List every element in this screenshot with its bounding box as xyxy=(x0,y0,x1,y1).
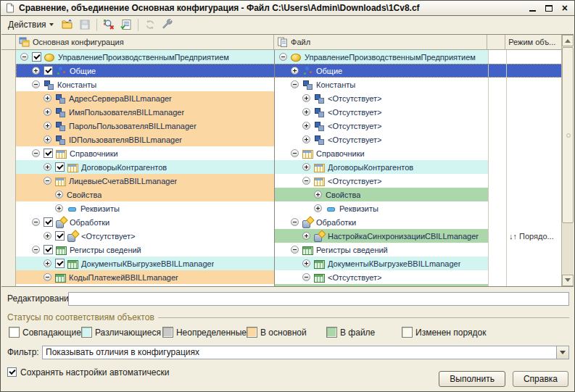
tree-row[interactable]: ИмяПользователяBILLmanager<Отсутствует> xyxy=(1,105,561,119)
filter-combobox[interactable]: Показывать отличия в конфигурациях xyxy=(42,346,569,359)
save-button[interactable] xyxy=(77,17,93,33)
header-left-label: Основная конфигурация xyxy=(33,38,124,46)
expand-plus-icon[interactable] xyxy=(302,122,310,130)
expand-plus-icon[interactable] xyxy=(302,259,310,267)
expand-plus-icon[interactable] xyxy=(314,191,322,199)
merge-checkbox[interactable] xyxy=(55,162,65,172)
expand-plus-icon[interactable] xyxy=(55,204,63,212)
constant-icon xyxy=(314,135,325,145)
merge-mode-cell xyxy=(507,243,563,257)
expand-minus-icon[interactable] xyxy=(291,218,299,226)
close-button[interactable]: × xyxy=(562,5,568,12)
expand-plus-icon[interactable] xyxy=(44,259,51,267)
minimize-button[interactable] xyxy=(529,5,536,12)
expand-plus-icon[interactable] xyxy=(302,108,310,116)
row-margin-cell xyxy=(1,160,16,174)
tree-row[interactable]: ОбщиеОбщие xyxy=(1,64,561,78)
expand-minus-icon[interactable] xyxy=(20,53,28,61)
expand-plus-icon[interactable] xyxy=(291,67,299,75)
header-merge-mode[interactable]: Режим объ... xyxy=(505,35,561,50)
expand-minus-icon[interactable] xyxy=(32,218,40,226)
expand-minus-icon[interactable] xyxy=(302,273,310,281)
actions-menu-label: Действия xyxy=(8,20,46,30)
maximize-button[interactable] xyxy=(545,5,553,12)
tree-row[interactable]: ОбработкиОбработки xyxy=(1,215,561,229)
open-file-button[interactable] xyxy=(59,17,75,33)
help-button[interactable]: Справка xyxy=(513,371,568,387)
autosave-label: Сохранять настройки автоматически xyxy=(20,367,169,378)
expand-minus-icon[interactable] xyxy=(44,177,51,185)
expand-minus-icon[interactable] xyxy=(291,149,299,157)
tree-item-label: ДокументыКВыгрузкеBBILLmanager xyxy=(328,259,460,268)
merge-checkbox[interactable] xyxy=(32,52,41,62)
refresh-button[interactable] xyxy=(142,17,158,33)
edit-input[interactable] xyxy=(68,292,569,306)
expand-plus-icon[interactable] xyxy=(44,108,51,116)
autosave-checkbox[interactable] xyxy=(7,367,17,377)
expand-minus-icon[interactable] xyxy=(291,246,299,254)
expand-plus-icon[interactable] xyxy=(44,94,51,102)
customize-button[interactable] xyxy=(160,17,175,33)
merge-checkbox[interactable] xyxy=(44,66,53,75)
tree-row[interactable]: СвойстваСвойства xyxy=(1,188,561,201)
merge-checkbox[interactable] xyxy=(55,231,65,241)
tree-row[interactable]: СправочникиСправочники xyxy=(1,146,561,160)
expand-plus-icon[interactable] xyxy=(302,232,310,240)
expand-minus-icon[interactable] xyxy=(279,53,287,61)
merge-mode-cell xyxy=(507,91,563,105)
row-gap-cell xyxy=(489,174,507,188)
tree-row[interactable]: ПарольПользователяBILLmanager<Отсутствуе… xyxy=(1,119,561,133)
tree-row[interactable]: <Отсутствует>НастройкаСинхронизацииСBILL… xyxy=(1,229,561,243)
tree-row[interactable]: ДоговорыКонтрагентовДоговорыКонтрагентов xyxy=(1,160,561,174)
compare-settings-button[interactable] xyxy=(101,17,117,33)
expand-minus-icon[interactable] xyxy=(44,273,51,281)
expand-minus-icon[interactable] xyxy=(32,149,40,157)
scroll-up-button[interactable] xyxy=(562,35,574,46)
expand-plus-icon[interactable] xyxy=(44,163,51,171)
execute-button[interactable]: Выполнить xyxy=(439,371,505,387)
scrollbar-thumb[interactable] xyxy=(562,47,574,223)
combo-dropdown-button[interactable] xyxy=(556,346,568,359)
tree-row[interactable]: УправлениеПроизводственнымПредприятиемУп… xyxy=(1,50,561,64)
row-margin-cell xyxy=(1,174,16,188)
merge-checkbox[interactable] xyxy=(44,149,53,158)
expand-minus-icon[interactable] xyxy=(302,177,310,185)
expand-minus-icon[interactable] xyxy=(291,80,299,88)
tree-row[interactable]: Регистры сведенийРегистры сведений xyxy=(1,243,561,257)
expand-plus-icon[interactable] xyxy=(44,122,51,130)
tree-row[interactable]: РеквизитыРеквизиты xyxy=(1,201,561,215)
merge-checkbox[interactable] xyxy=(44,245,53,254)
expand-plus-icon[interactable] xyxy=(44,135,51,143)
tree-row[interactable]: ДокументыКВыгрузкеBBILLmanagerДокументыК… xyxy=(1,257,561,270)
row-margin-cell xyxy=(1,119,16,133)
legend-item-diff: Различающиеся xyxy=(81,326,162,338)
merge-checkbox[interactable] xyxy=(55,259,65,268)
tree-body: УправлениеПроизводственнымПредприятиемУп… xyxy=(1,50,561,287)
actions-menu-button[interactable]: Действия xyxy=(4,17,58,32)
tree-row[interactable]: ЛицевыеСчетаBBILLmanager<Отсутствует> xyxy=(1,174,561,188)
tree-row[interactable]: АдресСервераBILLmanager<Отсутствует> xyxy=(1,91,561,105)
merge-mode-cell xyxy=(507,50,563,64)
tree-item-label: ИмяПользователяBILLmanager xyxy=(69,108,184,117)
scroll-down-button[interactable] xyxy=(562,275,574,286)
tree-row[interactable]: КодыПлатежейBBILLmanager<Отсутствует> xyxy=(1,270,561,284)
expand-plus-icon[interactable] xyxy=(302,94,310,102)
expand-minus-icon[interactable] xyxy=(32,80,40,88)
expand-minus-icon[interactable] xyxy=(32,246,40,254)
expand-plus-icon[interactable] xyxy=(314,204,322,212)
merge-mode-cell xyxy=(507,133,563,146)
header-main-configuration[interactable]: Основная конфигурация xyxy=(16,35,274,50)
tree-row[interactable]: КонстантыКонстанты xyxy=(1,78,561,91)
header-file[interactable]: Файл xyxy=(274,35,487,50)
merge-checkbox[interactable] xyxy=(44,217,53,227)
expand-plus-icon[interactable] xyxy=(32,67,40,75)
expand-plus-icon[interactable] xyxy=(302,163,310,171)
expand-plus-icon[interactable] xyxy=(55,191,63,199)
common-icon xyxy=(302,66,313,76)
merge-settings-button[interactable] xyxy=(118,17,134,33)
tree-row[interactable]: IDПользователяBBILLmanager<Отсутствует> xyxy=(1,133,561,146)
expand-plus-icon[interactable] xyxy=(302,135,310,143)
legend-item-main: В основной xyxy=(247,326,326,338)
expand-plus-icon[interactable] xyxy=(44,232,51,240)
vertical-scrollbar[interactable] xyxy=(561,35,574,286)
